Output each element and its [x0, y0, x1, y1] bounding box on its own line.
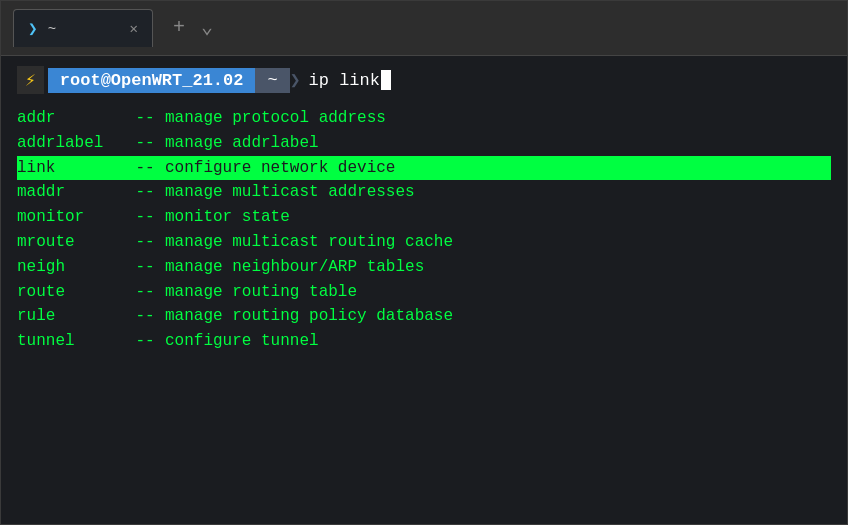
prompt-line: ⚡ root@OpenWRT_21.02 ~ ❯ ip link — [17, 66, 831, 94]
command-description: manage multicast routing cache — [165, 230, 453, 255]
command-name: mroute — [17, 230, 125, 255]
command-row: rule--manage routing policy database — [17, 304, 831, 329]
command-name: addrlabel — [17, 131, 125, 156]
terminal-tab[interactable]: ❯ ~ ✕ — [13, 9, 153, 47]
close-tab-button[interactable]: ✕ — [130, 20, 138, 37]
prompt-user: root@OpenWRT_21.02 — [48, 68, 256, 93]
command-separator: -- — [125, 205, 165, 230]
prompt-arrow: ❯ — [290, 69, 301, 91]
command-row: link--configure network device — [17, 156, 831, 181]
terminal-window: ❯ ~ ✕ + ⌄ ⚡ root@OpenWRT_21.02 ~ ❯ ip li… — [0, 0, 848, 525]
command-name: maddr — [17, 180, 125, 205]
tab-label: ~ — [48, 21, 56, 37]
command-description: monitor state — [165, 205, 290, 230]
titlebar-actions: + ⌄ — [173, 18, 213, 38]
command-row: addrlabel--manage addrlabel — [17, 131, 831, 156]
command-description: manage routing policy database — [165, 304, 453, 329]
command-description: manage protocol address — [165, 106, 386, 131]
command-name: route — [17, 280, 125, 305]
command-separator: -- — [125, 230, 165, 255]
command-description: manage addrlabel — [165, 131, 319, 156]
command-separator: -- — [125, 280, 165, 305]
terminal-body[interactable]: ⚡ root@OpenWRT_21.02 ~ ❯ ip link addr--m… — [1, 56, 847, 524]
command-name: monitor — [17, 205, 125, 230]
command-description: configure tunnel — [165, 329, 319, 354]
command-row: mroute--manage multicast routing cache — [17, 230, 831, 255]
command-row: neigh--manage neighbour/ARP tables — [17, 255, 831, 280]
command-name: tunnel — [17, 329, 125, 354]
prompt-tilde: ~ — [255, 68, 289, 93]
command-separator: -- — [125, 329, 165, 354]
command-row: tunnel--configure tunnel — [17, 329, 831, 354]
command-row: maddr--manage multicast addresses — [17, 180, 831, 205]
command-name: rule — [17, 304, 125, 329]
command-separator: -- — [125, 255, 165, 280]
command-separator: -- — [125, 156, 165, 181]
command-row: addr--manage protocol address — [17, 106, 831, 131]
command-name: addr — [17, 106, 125, 131]
command-name: neigh — [17, 255, 125, 280]
command-description: manage neighbour/ARP tables — [165, 255, 424, 280]
new-tab-button[interactable]: + — [173, 18, 185, 38]
dropdown-button[interactable]: ⌄ — [201, 18, 213, 38]
command-row: monitor--monitor state — [17, 205, 831, 230]
command-separator: -- — [125, 180, 165, 205]
cursor — [381, 70, 391, 90]
titlebar: ❯ ~ ✕ + ⌄ — [1, 1, 847, 56]
prompt-icon-box: ⚡ — [17, 66, 44, 94]
tab-icon: ❯ — [28, 19, 38, 39]
command-row: route--manage routing table — [17, 280, 831, 305]
command-separator: -- — [125, 106, 165, 131]
command-description: manage routing table — [165, 280, 357, 305]
command-name: link — [17, 156, 125, 181]
prompt-command: ip link — [309, 71, 380, 90]
output-lines: addr--manage protocol addressaddrlabel--… — [17, 106, 831, 354]
command-description: manage multicast addresses — [165, 180, 415, 205]
command-separator: -- — [125, 131, 165, 156]
command-description: configure network device — [165, 156, 395, 181]
command-separator: -- — [125, 304, 165, 329]
lightning-icon: ⚡ — [25, 69, 36, 91]
